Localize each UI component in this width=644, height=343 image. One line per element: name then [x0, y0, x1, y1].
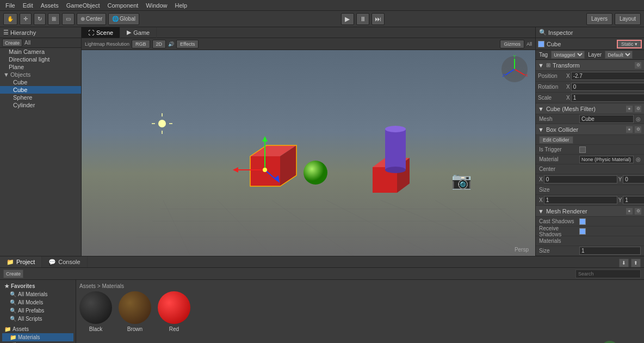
scene-content[interactable]: 📷 Y X Z Persp	[82, 50, 535, 256]
mesh-value[interactable]: Cube	[579, 115, 634, 123]
receive-shadows-label: Receive Shadows	[539, 225, 577, 237]
cylinder-bottom	[385, 167, 406, 173]
play-btn[interactable]: ▶	[341, 13, 354, 25]
menu-component[interactable]: Component	[104, 2, 141, 9]
transform-settings-icon[interactable]: ⚙	[634, 62, 642, 69]
expand-btn[interactable]: ⬆	[631, 259, 641, 267]
sx-input[interactable]	[544, 196, 617, 204]
rot-x-input[interactable]	[571, 83, 644, 91]
layers-btn[interactable]: Layers	[586, 13, 612, 25]
hierarchy-item-cube1[interactable]: Cube	[0, 78, 81, 86]
materials-size-input[interactable]	[579, 247, 641, 255]
rotate-tool-btn[interactable]: ↻	[34, 13, 46, 25]
meshfilter-fold-icon: ▼	[538, 106, 544, 112]
edit-collider-btn[interactable]: Edit Collider	[539, 136, 573, 144]
cy-input[interactable]	[623, 175, 644, 183]
asset-brown[interactable]: Brown	[119, 291, 151, 332]
layout-btn[interactable]: Layout	[615, 13, 641, 25]
hierarchy-item-sphere[interactable]: Sphere	[0, 94, 81, 101]
pause-btn[interactable]: ⏸	[356, 13, 369, 25]
object-active-checkbox[interactable]	[538, 41, 544, 47]
center-xyz-row: X Y Z	[536, 174, 644, 185]
is-trigger-checkbox[interactable]	[579, 146, 586, 153]
tab-project[interactable]: 📁 Project	[0, 256, 42, 267]
center-btn[interactable]: ⊕ Center	[77, 13, 106, 25]
meshrenderer-enable-icon[interactable]: ●	[626, 207, 633, 215]
boxcollider-icons: ● ⚙	[626, 126, 642, 133]
meshfilter-enable-icon[interactable]: ●	[626, 105, 633, 113]
cast-shadows-checkbox[interactable]	[579, 218, 586, 225]
all-models-item[interactable]: 🔍 All Models	[2, 298, 73, 307]
rgb-btn[interactable]: RGB	[132, 40, 150, 48]
hand-tool-btn[interactable]: ✋	[3, 13, 17, 25]
effects-btn[interactable]: Effects	[176, 40, 199, 48]
materials-folder-icon: 📁	[10, 334, 16, 340]
persp-label: Persp	[515, 247, 529, 253]
global-btn[interactable]: 🌐 Global	[108, 13, 139, 25]
tag-select[interactable]: Untagged	[551, 51, 585, 59]
meshrenderer-header[interactable]: ▼ Mesh Renderer ● ⚙	[536, 206, 644, 217]
boxcollider-settings-icon[interactable]: ⚙	[634, 126, 642, 133]
tab-scene[interactable]: ⛶ Scene	[82, 27, 120, 38]
meshfilter-settings-icon[interactable]: ⚙	[634, 105, 642, 113]
inspector-object-bar: Cube Static ▾	[536, 38, 644, 50]
asset-black[interactable]: Black	[79, 291, 112, 332]
menu-file[interactable]: File	[2, 2, 18, 9]
transform-header[interactable]: ▼ ⊞ Transform ⚙	[536, 60, 644, 71]
meshrenderer-title: Mesh Renderer	[546, 208, 623, 215]
global-icon: 🌐	[112, 16, 119, 22]
scale-tool-btn[interactable]: ⊞	[48, 13, 60, 25]
all-scripts-item[interactable]: 🔍 All Scripts	[2, 315, 73, 323]
menu-window[interactable]: Window	[143, 2, 170, 9]
meshfilter-header[interactable]: ▼ Cube (Mesh Filter) ● ⚙	[536, 103, 644, 114]
asset-red[interactable]: Red	[158, 291, 190, 332]
black-label: Black	[89, 326, 102, 332]
transform-icon: ⊞	[546, 62, 550, 68]
rect-tool-btn[interactable]: ▭	[62, 13, 75, 25]
hierarchy-item-maincamera[interactable]: Main Camera	[0, 48, 81, 56]
menu-gameobject[interactable]: GameObject	[63, 2, 103, 9]
cx-input[interactable]	[544, 175, 617, 183]
hierarchy-item-plane[interactable]: Plane	[0, 63, 81, 71]
hierarchy-item-dirlight[interactable]: Directional light	[0, 56, 81, 63]
hierarchy-section-objects: ▼ Objects	[0, 71, 81, 78]
hierarchy-item-cube2[interactable]: Cube	[0, 86, 81, 94]
menu-help[interactable]: Help	[171, 2, 190, 9]
step-btn[interactable]: ⏭	[371, 13, 385, 25]
mesh-target-icon[interactable]: ◎	[636, 116, 641, 122]
gizmos-btn[interactable]: Gizmos	[500, 40, 524, 48]
tab-game[interactable]: ▶ Game	[120, 27, 157, 38]
project-create-btn[interactable]: Create	[3, 270, 23, 278]
hierarchy-create-btn[interactable]: Create	[2, 39, 22, 47]
collider-material-value[interactable]: None (Physic Material)	[579, 156, 634, 163]
hierarchy-toolbar: Create All	[0, 38, 81, 48]
meshrenderer-settings-icon[interactable]: ⚙	[634, 207, 642, 215]
tab-console[interactable]: 💬 Console	[42, 256, 87, 267]
sy-input[interactable]	[623, 196, 644, 204]
boxcollider-header[interactable]: ▼ Box Collider ● ⚙	[536, 124, 644, 135]
collider-material-icon[interactable]: ◎	[636, 156, 641, 162]
boxcollider-enable-icon[interactable]: ●	[626, 126, 633, 133]
menu-edit[interactable]: Edit	[20, 2, 36, 9]
move-tool-btn[interactable]: ✛	[20, 13, 32, 25]
static-btn[interactable]: Static ▾	[617, 40, 642, 48]
menu-assets[interactable]: Assets	[38, 2, 62, 9]
receive-shadows-checkbox[interactable]	[579, 228, 586, 235]
collapse-btn[interactable]: ⬇	[619, 259, 629, 267]
layer-select[interactable]: Default	[605, 51, 633, 59]
materials-folder[interactable]: 📁 Materials	[2, 333, 73, 341]
project-search-input[interactable]	[575, 270, 641, 278]
all-materials-item[interactable]: 🔍 All Materials	[2, 290, 73, 298]
all-prefabs-item[interactable]: 🔍 All Prefabs	[2, 307, 73, 315]
black-material-preview	[79, 291, 112, 324]
cast-shadows-label: Cast Shadows	[539, 218, 577, 224]
assets-folder[interactable]: 📁 Assets	[2, 325, 73, 333]
cy-label: Y	[618, 176, 622, 182]
rotation-row: Rotation X Y Z	[536, 82, 644, 93]
position-row: Position X Y Z	[536, 71, 644, 82]
pos-x-input[interactable]	[571, 72, 644, 80]
2d-btn[interactable]: 2D	[152, 40, 166, 48]
hierarchy-item-cylinder[interactable]: Cylinder	[0, 101, 81, 109]
position-label: Position	[538, 73, 565, 79]
scale-x-input[interactable]	[571, 94, 644, 102]
